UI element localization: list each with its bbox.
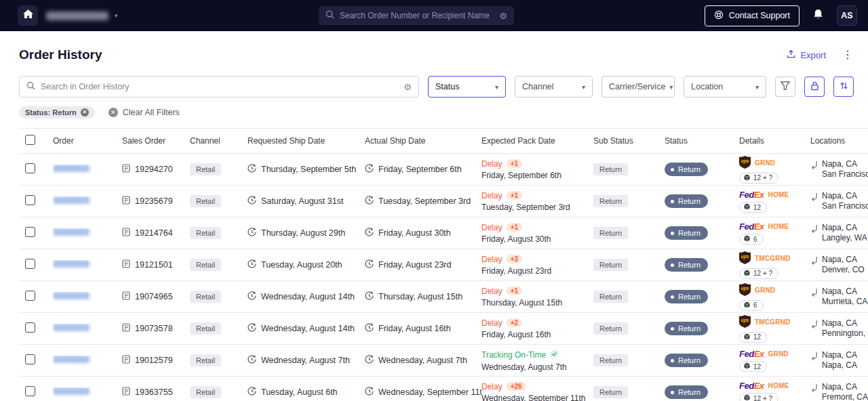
expected-pack-date: Friday, September 6th [481, 171, 588, 180]
filter-bar: ⚙ Status ▾ Channel ▾ Carrier/Service ▾ L… [19, 76, 854, 98]
row-checkbox[interactable] [25, 322, 35, 333]
package-box-icon [744, 174, 750, 182]
package-box-icon [744, 394, 750, 401]
requested-ship-date: Tuesday, August 20th [261, 260, 342, 270]
row-checkbox[interactable] [25, 354, 35, 364]
ups-logo-icon: ups [739, 283, 751, 298]
history-search: ⚙ [19, 76, 419, 98]
row-checkbox[interactable] [25, 195, 35, 205]
delay-days-badge: +1 [507, 159, 522, 168]
package-count-pill: 12 + ? [739, 393, 778, 401]
global-search-input[interactable] [340, 11, 494, 20]
requested-ship-date: Thursday, September 5th [261, 165, 356, 174]
chevron-down-icon: ▾ [669, 83, 673, 91]
status-pill: Return [665, 258, 708, 272]
expected-pack-date: Wednesday, September 11th [481, 394, 588, 401]
sort-arrows-icon [840, 81, 848, 93]
table-body: 19294270 Retail Thursday, September 5th … [19, 154, 868, 401]
channel-badge: Retail [190, 227, 221, 239]
channel-filter-dropdown[interactable]: Channel ▾ [515, 76, 593, 98]
advanced-filter-button[interactable] [775, 77, 795, 97]
history-clock-icon [365, 387, 374, 398]
ups-logo-icon: ups [739, 315, 751, 330]
order-link[interactable] [53, 260, 90, 268]
table-row: 19363755 Retail Tuesday, August 6th Wedn… [19, 377, 868, 401]
home-icon [23, 9, 33, 22]
package-count-pill: 12 + ? [739, 173, 778, 184]
table-row: 19074965 Retail Wednesday, August 14th T… [19, 281, 868, 313]
sort-button[interactable] [833, 77, 854, 97]
carrier-filter-dropdown[interactable]: Carrier/Service ▾ [601, 76, 675, 98]
expected-pack-date: Tuesday, September 3rd [481, 203, 588, 212]
status-filter-dropdown[interactable]: Status ▾ [428, 76, 506, 98]
user-avatar[interactable]: AS [837, 5, 857, 26]
topbar: ▾ ⚙ Contact Support AS [0, 0, 868, 31]
more-options-kebab-icon[interactable]: ⋮ [842, 49, 853, 60]
select-all-checkbox[interactable] [25, 135, 35, 145]
status-pill: Return [665, 354, 708, 367]
route-arrow-icon [810, 161, 818, 172]
sub-status-badge: Return [593, 227, 628, 239]
table-row: 19121501 Retail Tuesday, August 20th Fri… [19, 249, 868, 281]
row-checkbox[interactable] [25, 163, 35, 173]
status-dot-icon [671, 200, 674, 203]
row-checkbox[interactable] [25, 291, 35, 301]
row-checkbox[interactable] [25, 386, 35, 396]
channel-badge: Retail [190, 259, 221, 271]
status-dot-icon [671, 327, 674, 331]
order-history-table: Order Sales Order Channel Requested Ship… [19, 128, 868, 401]
contact-support-button[interactable]: Contact Support [705, 5, 800, 26]
status-pill: Return [665, 290, 708, 303]
order-link[interactable] [53, 292, 90, 299]
row-checkbox[interactable] [25, 227, 35, 237]
lock-columns-button[interactable] [804, 77, 825, 97]
expected-pack-date: Thursday, August 15th [481, 298, 588, 308]
order-link[interactable] [53, 356, 90, 363]
status-pill: Return [665, 163, 708, 176]
search-options-gear-icon[interactable]: ⚙ [403, 83, 412, 91]
history-clock-icon [365, 259, 374, 270]
fedex-logo-icon: FedEx [739, 349, 764, 359]
export-label: Export [800, 50, 826, 60]
order-link[interactable] [53, 196, 90, 204]
delay-days-badge: +1 [507, 223, 522, 232]
table-row: 19214764 Retail Thursday, August 29th Fr… [19, 217, 868, 249]
order-link[interactable] [53, 324, 90, 331]
origin-location: Napa, CA [822, 159, 868, 169]
channel-badge: Retail [190, 322, 221, 335]
package-count: 12 [753, 204, 761, 211]
sales-order-number: 19012579 [135, 356, 173, 365]
col-status: Status [665, 136, 739, 146]
package-count-pill: 12 [739, 332, 767, 343]
notifications-bell-icon[interactable] [813, 9, 823, 22]
fedex-logo-icon: FedEx [739, 221, 764, 232]
search-settings-gear-icon[interactable]: ⚙ [499, 12, 507, 20]
history-search-input[interactable] [41, 82, 398, 91]
row-checkbox[interactable] [25, 259, 35, 269]
clear-all-label: Clear All Filters [123, 108, 180, 117]
sales-order-number: 19121501 [135, 260, 173, 270]
order-link[interactable] [53, 165, 90, 172]
clear-all-filters-button[interactable]: ✕ Clear All Filters [108, 108, 180, 117]
destination-location: San Francisco, CA [822, 201, 868, 211]
remove-filter-icon[interactable]: ✕ [81, 108, 89, 117]
carrier-service-code: GRND [755, 159, 775, 167]
home-button[interactable] [18, 5, 38, 26]
export-button[interactable]: Export [787, 49, 826, 60]
location-filter-dropdown[interactable]: Location ▾ [684, 76, 766, 98]
actual-ship-date: Friday, August 30th [378, 228, 451, 238]
expected-pack-date: Friday, August 16th [481, 330, 588, 339]
order-link[interactable] [53, 387, 90, 395]
package-count: 12 + ? [753, 270, 772, 277]
expected-pack-date: Friday, August 30th [481, 234, 588, 244]
sub-status-badge: Return [593, 291, 628, 303]
package-box-icon [744, 362, 750, 371]
pack-status-text: Delay [481, 318, 502, 328]
col-sales-order: Sales Order [122, 136, 190, 146]
origin-location: Napa, CA [822, 318, 868, 329]
order-link[interactable] [53, 228, 90, 236]
package-count-pill: 6 [739, 234, 764, 245]
contact-support-label: Contact Support [729, 11, 790, 20]
history-clock-icon [365, 228, 374, 238]
history-clock-icon [248, 196, 256, 207]
